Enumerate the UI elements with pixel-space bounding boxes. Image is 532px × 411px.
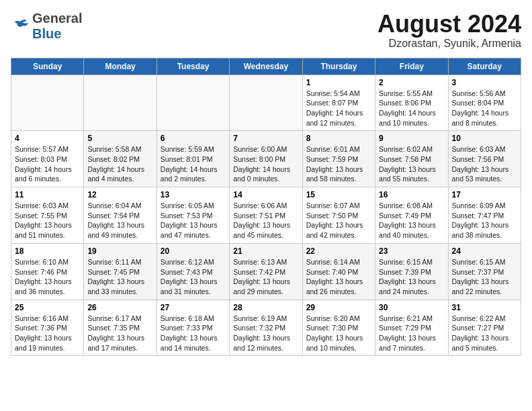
day-cell-19: 19Sunrise: 6:11 AMSunset: 7:45 PMDayligh… bbox=[84, 243, 157, 300]
day-number-5: 5 bbox=[87, 134, 152, 143]
week-row-5: 25Sunrise: 6:16 AMSunset: 7:36 PMDayligh… bbox=[11, 300, 521, 356]
calendar-table: SundayMondayTuesdayWednesdayThursdayFrid… bbox=[11, 58, 521, 357]
logo-text: GeneralBlue bbox=[32, 11, 82, 42]
day-cell-15: 15Sunrise: 6:07 AMSunset: 7:50 PMDayligh… bbox=[302, 187, 375, 244]
day-info-14: Sunrise: 6:06 AMSunset: 7:51 PMDaylight:… bbox=[233, 201, 298, 240]
day-cell-26: 26Sunrise: 6:17 AMSunset: 7:35 PMDayligh… bbox=[84, 300, 157, 356]
day-number-26: 26 bbox=[87, 303, 152, 312]
day-number-2: 2 bbox=[379, 78, 444, 87]
day-cell-2: 2Sunrise: 5:55 AMSunset: 8:06 PMDaylight… bbox=[375, 75, 448, 131]
weekday-header-monday: Monday bbox=[84, 58, 157, 75]
day-info-17: Sunrise: 6:09 AMSunset: 7:47 PMDaylight:… bbox=[452, 201, 517, 240]
day-info-10: Sunrise: 6:03 AMSunset: 7:56 PMDaylight:… bbox=[452, 144, 517, 184]
day-number-22: 22 bbox=[306, 246, 371, 256]
day-number-16: 16 bbox=[379, 190, 444, 199]
day-cell-14: 14Sunrise: 6:06 AMSunset: 7:51 PMDayligh… bbox=[230, 187, 302, 244]
day-cell-16: 16Sunrise: 6:08 AMSunset: 7:49 PMDayligh… bbox=[375, 187, 448, 244]
weekday-header-saturday: Saturday bbox=[448, 58, 521, 75]
day-number-23: 23 bbox=[379, 246, 444, 256]
day-cell-12: 12Sunrise: 6:04 AMSunset: 7:54 PMDayligh… bbox=[84, 187, 157, 244]
weekday-header-wednesday: Wednesday bbox=[230, 58, 302, 75]
day-number-28: 28 bbox=[233, 303, 298, 312]
day-number-29: 29 bbox=[306, 303, 371, 312]
day-info-2: Sunrise: 5:55 AMSunset: 8:06 PMDaylight:… bbox=[379, 89, 444, 128]
day-number-21: 21 bbox=[233, 246, 298, 256]
day-info-8: Sunrise: 6:01 AMSunset: 7:59 PMDaylight:… bbox=[306, 144, 371, 184]
day-cell-5: 5Sunrise: 5:58 AMSunset: 8:02 PMDaylight… bbox=[84, 131, 157, 187]
day-info-29: Sunrise: 6:20 AMSunset: 7:30 PMDaylight:… bbox=[306, 314, 371, 353]
day-info-16: Sunrise: 6:08 AMSunset: 7:49 PMDaylight:… bbox=[379, 201, 444, 240]
day-cell-6: 6Sunrise: 5:59 AMSunset: 8:01 PMDaylight… bbox=[157, 131, 229, 187]
day-number-31: 31 bbox=[452, 303, 517, 312]
day-number-18: 18 bbox=[15, 246, 80, 256]
day-cell-30: 30Sunrise: 6:21 AMSunset: 7:29 PMDayligh… bbox=[375, 300, 448, 356]
day-cell-10: 10Sunrise: 6:03 AMSunset: 7:56 PMDayligh… bbox=[448, 131, 521, 187]
page-header: GeneralBlue August 2024 Dzorastan, Syuni… bbox=[11, 11, 521, 50]
day-cell-empty bbox=[11, 75, 84, 131]
day-info-30: Sunrise: 6:21 AMSunset: 7:29 PMDaylight:… bbox=[379, 314, 444, 353]
week-row-4: 18Sunrise: 6:10 AMSunset: 7:46 PMDayligh… bbox=[11, 243, 521, 300]
day-info-5: Sunrise: 5:58 AMSunset: 8:02 PMDaylight:… bbox=[87, 144, 152, 184]
weekday-header-friday: Friday bbox=[375, 58, 448, 75]
day-info-26: Sunrise: 6:17 AMSunset: 7:35 PMDaylight:… bbox=[87, 314, 152, 353]
day-number-8: 8 bbox=[306, 134, 371, 143]
day-info-4: Sunrise: 5:57 AMSunset: 8:03 PMDaylight:… bbox=[15, 144, 80, 184]
day-number-10: 10 bbox=[452, 134, 517, 143]
day-cell-empty bbox=[84, 75, 157, 131]
month-year-title: August 2024 bbox=[378, 11, 521, 38]
day-info-12: Sunrise: 6:04 AMSunset: 7:54 PMDaylight:… bbox=[87, 201, 152, 240]
day-info-18: Sunrise: 6:10 AMSunset: 7:46 PMDaylight:… bbox=[15, 257, 80, 297]
day-info-23: Sunrise: 6:15 AMSunset: 7:39 PMDaylight:… bbox=[379, 257, 444, 297]
day-info-20: Sunrise: 6:12 AMSunset: 7:43 PMDaylight:… bbox=[161, 257, 226, 297]
week-row-1: 1Sunrise: 5:54 AMSunset: 8:07 PMDaylight… bbox=[11, 75, 521, 131]
weekday-header-thursday: Thursday bbox=[302, 58, 375, 75]
day-cell-13: 13Sunrise: 6:05 AMSunset: 7:53 PMDayligh… bbox=[157, 187, 229, 244]
day-number-17: 17 bbox=[452, 190, 517, 199]
day-cell-29: 29Sunrise: 6:20 AMSunset: 7:30 PMDayligh… bbox=[302, 300, 375, 356]
day-cell-18: 18Sunrise: 6:10 AMSunset: 7:46 PMDayligh… bbox=[11, 243, 84, 300]
day-cell-25: 25Sunrise: 6:16 AMSunset: 7:36 PMDayligh… bbox=[11, 300, 84, 356]
day-cell-31: 31Sunrise: 6:22 AMSunset: 7:27 PMDayligh… bbox=[448, 300, 521, 356]
day-cell-23: 23Sunrise: 6:15 AMSunset: 7:39 PMDayligh… bbox=[375, 243, 448, 300]
day-number-12: 12 bbox=[87, 190, 152, 199]
day-number-1: 1 bbox=[306, 78, 371, 87]
day-number-27: 27 bbox=[161, 303, 226, 312]
day-number-4: 4 bbox=[15, 134, 80, 143]
day-info-9: Sunrise: 6:02 AMSunset: 7:58 PMDaylight:… bbox=[379, 144, 444, 184]
day-number-14: 14 bbox=[233, 190, 298, 199]
day-cell-3: 3Sunrise: 5:56 AMSunset: 8:04 PMDaylight… bbox=[448, 75, 521, 131]
day-number-15: 15 bbox=[306, 190, 371, 199]
day-cell-empty bbox=[157, 75, 229, 131]
day-info-1: Sunrise: 5:54 AMSunset: 8:07 PMDaylight:… bbox=[306, 89, 371, 128]
week-row-3: 11Sunrise: 6:03 AMSunset: 7:55 PMDayligh… bbox=[11, 187, 521, 244]
day-cell-24: 24Sunrise: 6:15 AMSunset: 7:37 PMDayligh… bbox=[448, 243, 521, 300]
day-cell-8: 8Sunrise: 6:01 AMSunset: 7:59 PMDaylight… bbox=[302, 131, 375, 187]
day-info-21: Sunrise: 6:13 AMSunset: 7:42 PMDaylight:… bbox=[233, 257, 298, 297]
day-info-13: Sunrise: 6:05 AMSunset: 7:53 PMDaylight:… bbox=[161, 201, 226, 240]
day-number-20: 20 bbox=[161, 246, 226, 256]
day-number-25: 25 bbox=[15, 303, 80, 312]
day-cell-22: 22Sunrise: 6:14 AMSunset: 7:40 PMDayligh… bbox=[302, 243, 375, 300]
location-subtitle: Dzorastan, Syunik, Armenia bbox=[378, 38, 521, 50]
day-cell-17: 17Sunrise: 6:09 AMSunset: 7:47 PMDayligh… bbox=[448, 187, 521, 244]
day-cell-4: 4Sunrise: 5:57 AMSunset: 8:03 PMDaylight… bbox=[11, 131, 84, 187]
day-number-11: 11 bbox=[15, 190, 80, 199]
title-area: August 2024 Dzorastan, Syunik, Armenia bbox=[378, 11, 521, 50]
day-info-7: Sunrise: 6:00 AMSunset: 8:00 PMDaylight:… bbox=[233, 144, 298, 184]
logo: GeneralBlue bbox=[11, 11, 82, 42]
day-cell-11: 11Sunrise: 6:03 AMSunset: 7:55 PMDayligh… bbox=[11, 187, 84, 244]
logo-bird-icon bbox=[11, 19, 30, 34]
weekday-header-tuesday: Tuesday bbox=[157, 58, 229, 75]
day-cell-9: 9Sunrise: 6:02 AMSunset: 7:58 PMDaylight… bbox=[375, 131, 448, 187]
day-number-7: 7 bbox=[233, 134, 298, 143]
day-number-19: 19 bbox=[87, 246, 152, 256]
week-row-2: 4Sunrise: 5:57 AMSunset: 8:03 PMDaylight… bbox=[11, 131, 521, 187]
day-number-3: 3 bbox=[452, 78, 517, 87]
day-number-9: 9 bbox=[379, 134, 444, 143]
day-info-28: Sunrise: 6:19 AMSunset: 7:32 PMDaylight:… bbox=[233, 314, 298, 353]
day-info-31: Sunrise: 6:22 AMSunset: 7:27 PMDaylight:… bbox=[452, 314, 517, 353]
day-cell-28: 28Sunrise: 6:19 AMSunset: 7:32 PMDayligh… bbox=[230, 300, 302, 356]
day-number-24: 24 bbox=[452, 246, 517, 256]
day-number-30: 30 bbox=[379, 303, 444, 312]
day-cell-1: 1Sunrise: 5:54 AMSunset: 8:07 PMDaylight… bbox=[302, 75, 375, 131]
